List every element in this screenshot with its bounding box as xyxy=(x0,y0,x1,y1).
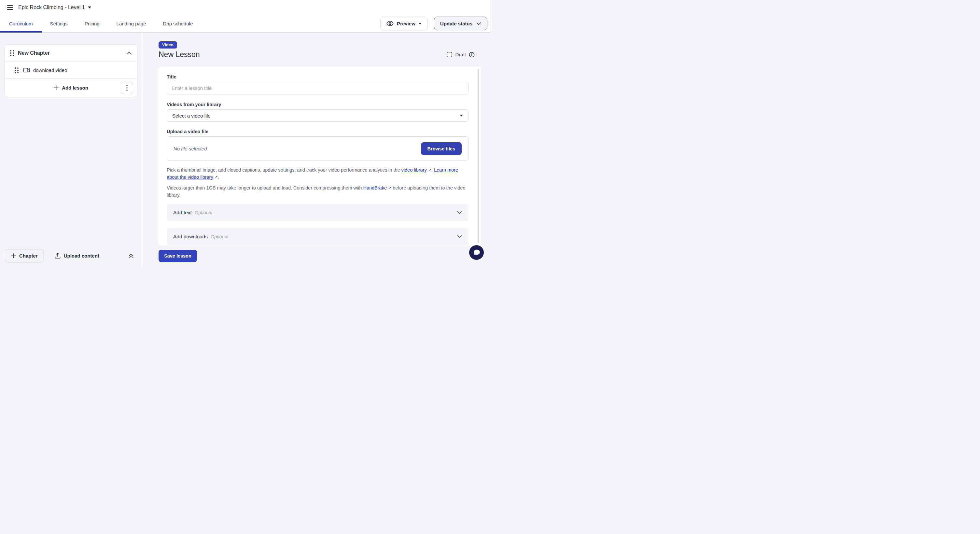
tab-settings[interactable]: Settings xyxy=(42,15,76,32)
chapter-card: New Chapter download video Add lesson xyxy=(5,44,137,97)
preview-label: Preview xyxy=(397,21,415,26)
save-lesson-button[interactable]: Save lesson xyxy=(159,250,197,262)
chapter-header[interactable]: New Chapter xyxy=(5,44,137,62)
menu-icon[interactable] xyxy=(7,5,13,10)
draft-label: Draft xyxy=(455,52,466,57)
preview-button[interactable]: Preview xyxy=(380,17,428,30)
course-title-dropdown[interactable]: Epic Rock Climbing - Level 1 xyxy=(18,5,91,10)
add-downloads-label: Add downloads xyxy=(173,234,208,240)
lesson-title: download video xyxy=(33,67,67,73)
library-field-label: Videos from your library xyxy=(167,102,469,107)
update-status-label: Update status xyxy=(440,21,473,26)
tab-pricing[interactable]: Pricing xyxy=(76,15,108,32)
upload-content-label: Upload content xyxy=(64,253,99,259)
lesson-form-card: Title Videos from your library Select a … xyxy=(159,67,481,245)
tab-bar: Curriculum Settings Pricing Landing page… xyxy=(0,15,490,33)
update-status-button[interactable]: Update status xyxy=(434,17,487,30)
help-text: . xyxy=(431,167,434,173)
draft-checkbox[interactable] xyxy=(447,52,452,57)
help-text: . xyxy=(218,175,219,180)
tab-landing-page[interactable]: Landing page xyxy=(108,15,155,32)
video-help-text: Pick a thumbnail image, add closed capti… xyxy=(167,167,469,181)
chevron-down-icon xyxy=(476,22,481,25)
plus-icon xyxy=(54,85,59,90)
caret-down-icon xyxy=(419,23,421,24)
chevron-down-icon xyxy=(457,235,462,238)
external-link-icon: ↗ xyxy=(215,174,218,181)
add-lesson-row: Add lesson xyxy=(5,78,137,97)
chapter-title: New Chapter xyxy=(18,50,50,56)
add-downloads-section[interactable]: Add downloads Optional xyxy=(167,228,469,245)
tab-drip-schedule[interactable]: Drip schedule xyxy=(155,15,202,32)
upload-field-label: Upload a video file xyxy=(167,129,469,134)
optional-hint: Optional xyxy=(195,210,212,215)
top-bar: Epic Rock Climbing - Level 1 xyxy=(0,0,490,15)
upload-icon xyxy=(55,253,60,259)
chevron-down-icon xyxy=(457,211,462,214)
chevron-up-icon[interactable] xyxy=(127,51,132,55)
chat-icon xyxy=(473,249,481,257)
scrollbar[interactable] xyxy=(477,69,479,243)
plus-icon xyxy=(11,253,16,258)
video-library-select[interactable]: Select a video file xyxy=(167,110,469,122)
lesson-row[interactable]: download video xyxy=(5,62,137,78)
course-title: Epic Rock Climbing - Level 1 xyxy=(18,5,85,10)
drag-handle-icon[interactable] xyxy=(15,67,19,73)
chapter-menu-button[interactable] xyxy=(121,82,133,94)
help-text: Pick a thumbnail image, add closed capti… xyxy=(167,167,401,173)
upload-content-button[interactable]: Upload content xyxy=(55,253,99,259)
add-text-label: Add text xyxy=(173,210,192,216)
sidebar-footer: Chapter Upload content xyxy=(0,247,143,267)
video-library-link[interactable]: video library xyxy=(401,167,427,173)
select-value: Select a video file xyxy=(172,113,211,119)
lesson-editor: Video New Lesson Draft Title Videos from… xyxy=(143,33,490,267)
page-title: New Lesson xyxy=(159,50,200,59)
video-size-help-text: Videos larger than 1GB may take longer t… xyxy=(167,184,469,199)
file-upload-status: No file selected xyxy=(173,146,207,151)
add-lesson-label: Add lesson xyxy=(62,85,88,91)
handbrake-link[interactable]: HandBrake xyxy=(363,185,387,191)
eye-icon xyxy=(387,21,394,26)
browse-files-button[interactable]: Browse files xyxy=(421,142,462,155)
external-link-icon: ↗ xyxy=(388,184,391,191)
curriculum-sidebar: New Chapter download video Add lesson xyxy=(0,33,143,267)
add-text-section[interactable]: Add text Optional xyxy=(167,204,469,221)
info-icon[interactable] xyxy=(469,52,475,58)
add-lesson-button[interactable]: Add lesson xyxy=(54,85,88,91)
caret-down-icon xyxy=(460,114,463,116)
add-chapter-label: Chapter xyxy=(19,253,38,259)
title-field-label: Title xyxy=(167,74,469,79)
add-chapter-button[interactable]: Chapter xyxy=(5,249,44,262)
help-text: Videos larger than 1GB may take longer t… xyxy=(167,185,363,191)
drag-handle-icon[interactable] xyxy=(10,50,14,56)
lesson-type-badge: Video xyxy=(159,41,177,49)
optional-hint: Optional xyxy=(211,234,228,239)
tab-actions: Preview Update status xyxy=(380,15,490,32)
video-camera-icon xyxy=(23,68,30,73)
lesson-header: Video New Lesson Draft xyxy=(159,41,481,59)
draft-toggle: Draft xyxy=(447,52,481,58)
external-link-icon: ↗ xyxy=(428,167,431,173)
tab-curriculum[interactable]: Curriculum xyxy=(0,15,42,32)
lesson-title-input[interactable] xyxy=(167,82,469,94)
caret-down-icon xyxy=(88,6,91,8)
chat-widget-button[interactable] xyxy=(469,245,484,260)
collapse-all-icon[interactable] xyxy=(128,253,134,259)
file-upload-box: No file selected Browse files xyxy=(167,137,469,161)
